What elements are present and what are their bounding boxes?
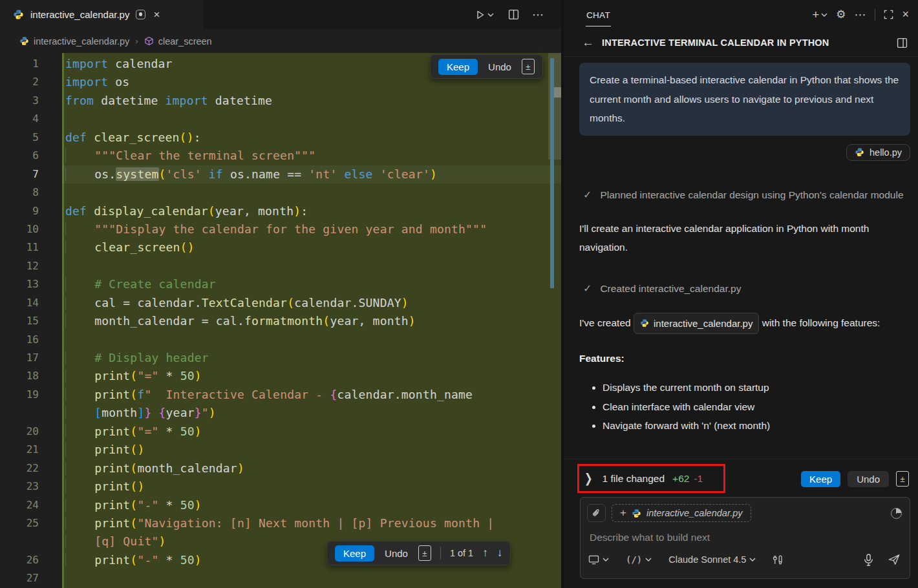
vscode-window: interactive_calendar.py × ⋯ interactive_… — [0, 0, 918, 588]
chat-session-title: INTERACTIVE TERMINAL CALENDAR IN PYTHON — [602, 37, 889, 48]
code-line[interactable]: [month]} {year}") — [62, 404, 561, 422]
view-changes-icon[interactable]: ± — [522, 59, 535, 74]
chevron-down-icon — [487, 13, 494, 17]
view-all-changes-icon[interactable]: ± — [896, 471, 909, 487]
settings-gear-icon[interactable]: ⚙ — [836, 8, 846, 21]
assistant-message: I've created interactive_calendar.py wit… — [579, 313, 910, 335]
model-picker[interactable]: Claude Sonnet 4.5 — [668, 554, 756, 565]
code-line[interactable]: print("Navigation: [n] Next month | [p] … — [62, 514, 561, 532]
view-changes-icon[interactable]: ± — [418, 545, 431, 561]
code-line[interactable]: print("=" * 50) — [62, 423, 561, 441]
code-line[interactable]: print(f" Interactive Calendar - {calenda… — [62, 386, 561, 404]
chevron-right-icon[interactable]: ❯ — [584, 471, 593, 486]
previous-change-arrow-icon[interactable]: ↑ — [482, 547, 488, 560]
chat-input-box[interactable]: + interactive_calendar.py Describe what … — [580, 497, 910, 579]
code-parentheses-icon: (/) — [626, 554, 642, 565]
code-line[interactable]: clear_screen() — [62, 238, 561, 257]
chat-tab[interactable]: CHAT — [586, 3, 611, 26]
open-chat-in-editor-icon[interactable] — [897, 37, 908, 48]
mic-icon — [864, 554, 873, 566]
editor-scrollbar[interactable] — [548, 53, 561, 588]
breadcrumb-separator: › — [135, 36, 138, 46]
code-line[interactable]: print("=" * 50) — [62, 367, 561, 385]
code-line[interactable] — [62, 569, 561, 587]
breadcrumb-file[interactable]: interactive_calendar.py — [34, 36, 129, 47]
context-file-pill[interactable]: + interactive_calendar.py — [612, 504, 751, 522]
file-reference-pill[interactable]: interactive_calendar.py — [634, 313, 759, 335]
code-line[interactable]: print() — [62, 441, 561, 459]
back-arrow-icon[interactable]: ← — [582, 36, 594, 50]
chat-input-placeholder[interactable]: Describe what to build next — [590, 532, 910, 543]
code-line[interactable]: print() — [62, 478, 561, 496]
check-icon: ✓ — [583, 279, 592, 298]
new-chat-button[interactable]: + — [812, 8, 827, 22]
breadcrumb[interactable]: interactive_calendar.py › clear_screen — [0, 29, 561, 53]
editor-more-actions-button[interactable]: ⋯ — [532, 8, 544, 22]
attachment-pill-hello-py[interactable]: hello.py — [846, 144, 910, 161]
chat-pane: CHAT + ⚙ ⋯ × ← INTERACTIVE TERMINAL CALE… — [564, 0, 918, 588]
agent-step: ✓ Created interactive_calendar.py — [579, 279, 910, 298]
editor-pane: interactive_calendar.py × ⋯ interactive_… — [0, 0, 561, 588]
divider — [440, 547, 441, 560]
code-editor[interactable]: 1234567891011121314151617181920212223242… — [0, 53, 561, 588]
chat-footer: ❯ 1 file changed +62 -1 Keep Undo ± + — [564, 459, 918, 588]
file-reference-label: interactive_calendar.py — [654, 314, 753, 333]
code-line[interactable] — [62, 257, 561, 275]
input-controls: (/) Claude Sonnet 4.5 — [581, 553, 910, 566]
code-line[interactable]: from datetime import datetime — [62, 92, 561, 110]
code-line[interactable]: """Clear the terminal screen""" — [62, 147, 561, 165]
code-line[interactable]: os.system('cls' if os.name == 'nt' else … — [62, 165, 561, 184]
mode-selector[interactable] — [588, 555, 609, 565]
changed-files-bar: ❯ 1 file changed +62 -1 Keep Undo ± — [564, 465, 918, 493]
split-editor-button[interactable] — [508, 9, 519, 20]
code-line[interactable] — [62, 331, 561, 349]
breadcrumb-symbol[interactable]: clear_screen — [158, 36, 212, 47]
tools-button[interactable] — [773, 554, 784, 565]
modified-indicator-icon[interactable] — [136, 10, 145, 19]
code-line[interactable]: print(month_calendar) — [62, 459, 561, 478]
code-line[interactable]: cal = calendar.TextCalendar(calendar.SUN… — [62, 294, 561, 312]
python-icon — [13, 9, 24, 20]
symbol-method-icon — [144, 36, 154, 46]
files-changed-label[interactable]: 1 file changed — [603, 473, 665, 485]
code-line[interactable] — [62, 184, 561, 202]
tab-close-icon[interactable]: × — [153, 8, 160, 21]
context-mode-selector[interactable]: (/) — [626, 554, 652, 565]
add-context-icon: + — [620, 507, 626, 520]
code-line[interactable]: """Display the calendar for the given ye… — [62, 220, 561, 238]
undo-all-button[interactable]: Undo — [848, 471, 889, 487]
maximize-panel-button[interactable] — [884, 10, 893, 19]
attach-context-button[interactable] — [587, 504, 606, 522]
lines-removed-count: -1 — [694, 473, 703, 485]
code-lines[interactable]: import calendarimport osfrom datetime im… — [62, 55, 561, 588]
next-change-arrow-icon[interactable]: ↓ — [497, 547, 503, 560]
keep-button[interactable]: Keep — [438, 59, 478, 75]
list-item: Displays the current month on startup — [603, 378, 910, 397]
chat-more-actions-button[interactable]: ⋯ — [854, 8, 866, 22]
keep-button[interactable]: Keep — [335, 545, 374, 562]
undo-button[interactable]: Undo — [487, 59, 513, 75]
code-line[interactable]: def clear_screen(): — [62, 129, 561, 147]
quota-progress-icon — [891, 508, 902, 519]
paperclip-icon — [592, 509, 601, 518]
message-text: with the following features: — [762, 317, 881, 328]
split-editor-icon — [508, 9, 519, 20]
code-line[interactable] — [62, 110, 561, 128]
undo-button[interactable]: Undo — [383, 545, 409, 562]
mic-button[interactable] — [864, 554, 873, 566]
close-panel-icon[interactable]: × — [902, 8, 909, 21]
code-line[interactable]: # Create calendar — [62, 275, 561, 293]
editor-tab-bar: interactive_calendar.py × ⋯ — [0, 0, 561, 29]
code-line[interactable]: # Display header — [62, 349, 561, 367]
code-line[interactable]: def display_calendar(year, month): — [62, 202, 561, 220]
code-line[interactable]: month_calendar = cal.formatmonth(year, m… — [62, 312, 561, 330]
features-heading: Features: — [579, 353, 910, 364]
send-button[interactable] — [888, 553, 901, 566]
chevron-down-icon — [749, 558, 756, 562]
tab-interactive-calendar[interactable]: interactive_calendar.py × — [0, 0, 204, 29]
editor-actions: ⋯ — [475, 0, 561, 29]
run-button[interactable] — [475, 10, 494, 20]
keep-all-button[interactable]: Keep — [801, 471, 840, 487]
model-name: Claude Sonnet 4.5 — [668, 554, 746, 565]
code-line[interactable]: print("-" * 50) — [62, 496, 561, 514]
